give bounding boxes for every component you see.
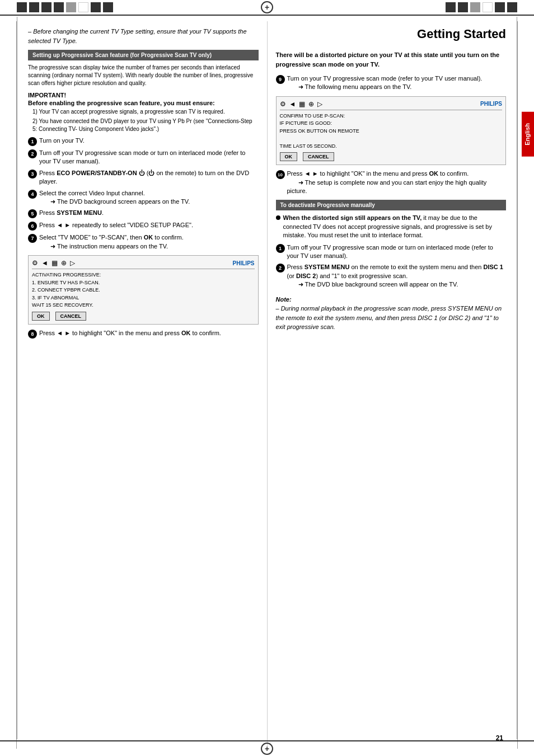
top-decorative-bar (0, 0, 534, 16)
step-num-4: 4 (28, 190, 37, 199)
tv-menu-2: ⚙ ◄ ▦ ⊕ ▷ PHILIPS CONFIRM TO USE P-SCAN:… (276, 96, 507, 166)
square-5 (66, 2, 76, 12)
step-7-text: Select "TV MODE" to "P-SCAN", then OK to… (39, 233, 259, 251)
tv-ok-btn-2[interactable]: OK (280, 152, 298, 161)
tv-menu-2-buttons: OK CANCEL (280, 152, 503, 161)
tv-menu-1-text: ACTIVATING PROGRESSIVE: 1. ENSURE TV HAS… (32, 271, 255, 309)
deactivate-bullet-text: When the distorted sign still appears on… (283, 214, 507, 240)
step-9-text: Turn on your TV progressive scan mode (r… (287, 74, 507, 92)
step-4-arrow: ➜The DVD background screen appears on th… (50, 198, 190, 205)
step-num-1: 1 (28, 137, 37, 146)
step-num-10: 10 (276, 170, 285, 179)
step-6: 6 Press ◄ ► repeatedly to select "VIDEO … (28, 221, 259, 231)
tv-line-2: 1. ENSURE TV HAS P-SCAN. (32, 279, 255, 287)
tv-icon-play: ▷ (70, 259, 75, 267)
note-label: Note: (276, 296, 292, 303)
step-3: 3 Press ECO POWER/STANDBY-ON ⏻ (⏻ on the… (28, 169, 259, 186)
step-7-arrow: ➜The instruction menu appears on the TV. (50, 243, 168, 250)
tv-line-4: 3. IF TV ABNORMAL (32, 294, 255, 302)
square-r3 (470, 2, 480, 12)
tv-icon-back: ◄ (41, 259, 48, 267)
tv-line-5: WAIT 15 SEC RECOVERY. (32, 302, 255, 309)
step-9-arrow: ➜The following menu appears on the TV. (298, 83, 412, 90)
step-2: 2 Turn off your TV progressive scan mode… (28, 149, 259, 166)
square-1 (17, 2, 27, 12)
tv-icon-gear: ⚙ (32, 259, 38, 267)
columns-wrapper: – Before changing the current TV Type se… (17, 21, 517, 749)
left-column: – Before changing the current TV Type se… (20, 21, 268, 749)
step-num-9: 9 (276, 75, 285, 84)
square-6 (78, 2, 88, 12)
step-num-5: 5 (28, 209, 37, 218)
square-r2 (458, 2, 468, 12)
square-r6 (507, 2, 517, 12)
top-bar-center-compass (261, 1, 273, 13)
square-3 (41, 2, 51, 12)
section-box-progressive: Setting up Progressive Scan feature (for… (28, 50, 259, 60)
tv2-line-1: CONFIRM TO USE P-SCAN: (280, 112, 503, 120)
step-num-2: 2 (28, 149, 37, 158)
step-4-text: Select the correct Video Input channel. … (39, 189, 259, 206)
left-margin-line (17, 17, 17, 739)
tv2-line-5: TIME LAST 05 SECOND. (280, 143, 503, 151)
step-1-text: Turn on your TV. (39, 137, 259, 145)
step-2-text: Turn off your TV progressive scan mode o… (39, 149, 259, 166)
tv-menu-2-icons: ⚙ ◄ ▦ ⊕ ▷ PHILIPS (280, 100, 503, 110)
page-title: Getting Started (276, 27, 507, 44)
deactivate-step-1-text: Turn off your TV progressive scan mode o… (287, 243, 507, 261)
tv-brand-1: PHILIPS (233, 260, 255, 266)
step-10-arrow: ➜The setup is complete now and you can s… (287, 179, 487, 194)
step-7: 7 Select "TV MODE" to "P-SCAN", then OK … (28, 233, 259, 251)
tv2-line-2: IF PICTURE IS GOOD: (280, 120, 503, 128)
condition-1: 1) Your TV can accept progressive signal… (32, 108, 259, 116)
tv-menu-2-text: CONFIRM TO USE P-SCAN: IF PICTURE IS GOO… (280, 112, 503, 151)
tv-line-1: ACTIVATING PROGRESSIVE: (32, 271, 255, 279)
intro-text: The progressive scan display twice the n… (28, 64, 259, 87)
deactivate-step-2-text: Press SYSTEM MENU on the remote to exit … (287, 263, 507, 289)
tv2-line-4 (280, 135, 503, 143)
warning-text: There will be a distorted picture on you… (276, 50, 507, 69)
bottom-compass-icon (261, 743, 273, 755)
tv-menu-1-buttons: OK CANCEL (32, 312, 255, 321)
tv-cancel-btn-2[interactable]: CANCEL (303, 152, 334, 161)
compass-icon (261, 1, 273, 13)
tv-icon-plus: ⊕ (61, 259, 67, 267)
bullet-dot-1 (276, 215, 280, 220)
right-margin-line (517, 17, 517, 739)
step-10-text: Press ◄ ► to highlight "OK" in the menu … (287, 170, 507, 195)
deactivate-step-2: 2 Press SYSTEM MENU on the remote to exi… (276, 263, 507, 289)
important-label: IMPORTANT! (28, 92, 259, 98)
deactivate-step-num-1: 1 (276, 244, 285, 253)
deactivate-step-2-arrow: ➜The DVD blue background screen will app… (298, 281, 458, 288)
deactivate-step-num-2: 2 (276, 264, 285, 273)
step-10: 10 Press ◄ ► to highlight "OK" in the me… (276, 170, 507, 195)
tv-cancel-btn-1[interactable]: CANCEL (55, 312, 87, 321)
top-bar-squares-right (446, 2, 517, 12)
tv-brand-2: PHILIPS (480, 101, 502, 107)
right-column: Getting Started There will be a distorte… (268, 21, 515, 749)
step-8-text: Press ◄ ► to highlight "OK" in the menu … (39, 329, 259, 337)
left-margin (0, 21, 17, 749)
square-8 (103, 2, 113, 12)
step-6-text: Press ◄ ► repeatedly to select "VIDEO SE… (39, 221, 259, 229)
step-num-8: 8 (28, 330, 37, 339)
square-7 (91, 2, 101, 12)
square-r4 (483, 2, 493, 12)
square-4 (54, 2, 64, 12)
bottom-decorative-bar (0, 740, 534, 756)
tv-icon-play-2: ▷ (317, 100, 322, 108)
tv-icon-grid-2: ▦ (299, 100, 305, 108)
step-num-3: 3 (28, 170, 37, 179)
step-3-text: Press ECO POWER/STANDBY-ON ⏻ (⏻ on the r… (39, 169, 259, 186)
step-1: 1 Turn on your TV. (28, 137, 259, 146)
step-8: 8 Press ◄ ► to highlight "OK" in the men… (28, 329, 259, 339)
step-4: 4 Select the correct Video Input channel… (28, 189, 259, 206)
step-num-7: 7 (28, 234, 37, 243)
top-bar-squares-left (17, 2, 113, 12)
language-tab: English (522, 112, 534, 157)
step-5-text: Press SYSTEM MENU. (39, 209, 259, 217)
tv-ok-btn-1[interactable]: OK (32, 312, 50, 321)
note-text: – During normal playback in the progress… (276, 305, 502, 330)
main-content: – Before changing the current TV Type se… (0, 16, 534, 754)
tv-icon-plus-2: ⊕ (308, 100, 314, 108)
